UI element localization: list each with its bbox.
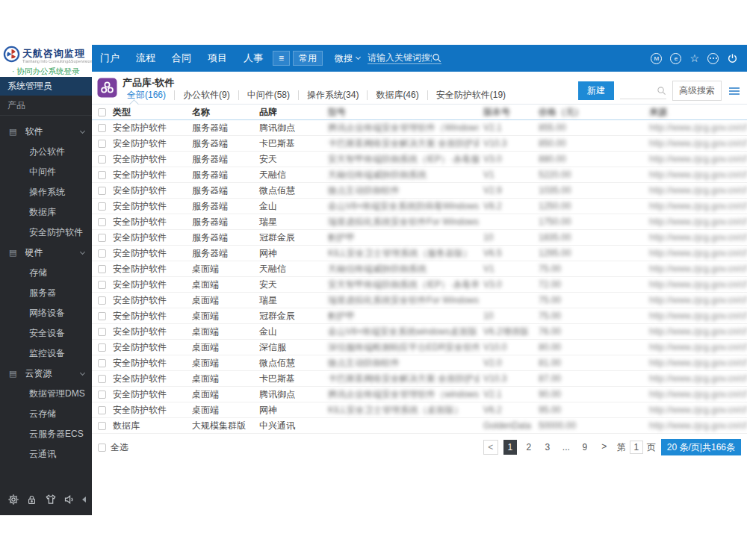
contact-icon[interactable]: e: [670, 53, 681, 64]
table-row[interactable]: 安全防护软件 桌面端 冠群金辰 豹护甲 10 75.00 http://www.…: [92, 308, 747, 324]
sidebar-item-4[interactable]: 监控设备: [0, 343, 92, 364]
nav-item-4[interactable]: 人事: [244, 52, 263, 65]
row-checkbox[interactable]: [98, 187, 106, 195]
row-checkbox[interactable]: [98, 328, 106, 336]
oa-login-link[interactable]: · 协同办公系统登录: [0, 66, 92, 77]
table-row[interactable]: 安全防护软件 桌面端 卡巴斯基 卡巴斯基网络安全解决方案 全面防护桌面版（KES…: [92, 371, 747, 387]
row-checkbox[interactable]: [98, 249, 106, 258]
sidebar-module-product[interactable]: 产品: [0, 96, 92, 116]
row-checkbox[interactable]: [98, 234, 106, 242]
advanced-search-button[interactable]: 高级搜索: [672, 81, 722, 101]
sidebar-item-2[interactable]: 网络设备: [0, 303, 92, 323]
table-row[interactable]: 安全防护软件 桌面端 腾讯御点 腾讯企业终端安全管理软件（windows版）V2…: [92, 387, 747, 402]
sidebar-item-1[interactable]: 服务器: [0, 283, 92, 303]
table-row[interactable]: 安全防护软件 桌面端 瑞星 瑞星虚拟化系统安全软件For Windows桌面版 …: [92, 293, 747, 308]
row-checkbox[interactable]: [98, 218, 106, 226]
sidebar-item-3[interactable]: 数据库: [0, 202, 92, 223]
nav-menu-icon[interactable]: ≡: [273, 51, 290, 66]
table-row[interactable]: 安全防护软件 桌面端 天融信 天融信终端威胁防御系统 V1 75.00 http…: [92, 261, 747, 277]
search-scope-dropdown[interactable]: 微搜: [335, 52, 360, 65]
tab-5[interactable]: 安全防护软件(19): [427, 90, 514, 100]
nav-item-3[interactable]: 项目: [208, 52, 227, 65]
page-size-info-badge[interactable]: 20 条/页|共166条: [661, 439, 741, 455]
select-all-control[interactable]: 全选: [92, 441, 128, 454]
sidebar-section-header-1[interactable]: ▤ 硬件: [0, 243, 92, 263]
table-row[interactable]: 安全防护软件 桌面端 微点佰慧 微点主动防御软件 V2.0 81.00 http…: [92, 355, 747, 371]
table-row[interactable]: 安全防护软件 服务器端 冠群金辰 豹护甲 10 1835.00 http://w…: [92, 230, 747, 246]
collapse-sidebar-icon[interactable]: [82, 497, 86, 503]
row-checkbox[interactable]: [98, 296, 106, 305]
table-row[interactable]: 安全防护软件 桌面端 金山 金山V8+终端安全系统windows桌面版 V6.2…: [92, 324, 747, 340]
search-icon[interactable]: [432, 53, 441, 63]
nav-item-1[interactable]: 流程: [136, 52, 155, 65]
table-row[interactable]: 安全防护软件 服务器端 微点佰慧 微点主动防御软件 V2.9 1035.00 h…: [92, 183, 747, 199]
table-row[interactable]: 安全防护软件 服务器端 金山 金山V8+终端安全系统防病毒Windows服务器版…: [92, 199, 747, 214]
table-search-input[interactable]: [620, 83, 666, 99]
row-checkbox[interactable]: [98, 155, 106, 164]
row-checkbox[interactable]: [98, 140, 106, 148]
row-checkbox[interactable]: [98, 343, 106, 352]
message-icon[interactable]: M: [651, 53, 662, 64]
row-checkbox[interactable]: [98, 375, 106, 383]
row-checkbox[interactable]: [98, 124, 106, 132]
page-number-4[interactable]: 9: [578, 440, 592, 455]
global-search-input[interactable]: [368, 52, 432, 63]
page-number-1[interactable]: 2: [522, 440, 536, 455]
sidebar-item-2[interactable]: 云服务器ECS: [0, 424, 92, 444]
next-page-button[interactable]: >: [597, 440, 612, 455]
table-row[interactable]: 安全防护软件 桌面端 网神 KILL安全卫士管理系统（桌面版） V6.2 95.…: [92, 402, 747, 418]
row-checkbox[interactable]: [98, 265, 106, 273]
new-button[interactable]: 新建: [578, 81, 614, 100]
sidebar-item-1[interactable]: 中间件: [0, 162, 92, 182]
theme-shirt-icon[interactable]: [45, 494, 57, 505]
more-icon[interactable]: [707, 53, 719, 64]
sidebar-section-header-0[interactable]: ▤ 软件: [0, 122, 92, 142]
sidebar-item-2[interactable]: 操作系统: [0, 182, 92, 202]
settings-gear-icon[interactable]: [7, 494, 19, 505]
select-all-checkbox[interactable]: [98, 444, 106, 452]
tab-2[interactable]: 中间件(58): [238, 90, 298, 100]
sidebar-item-1[interactable]: 云存储: [0, 404, 92, 424]
page-number-0[interactable]: 1: [503, 440, 517, 455]
sidebar-item-3[interactable]: 安全设备: [0, 323, 92, 343]
lock-icon[interactable]: [26, 494, 37, 505]
table-row[interactable]: 安全防护软件 服务器端 卡巴斯基 卡巴斯基网络安全解决方案 全面防护高级版（KL…: [92, 136, 747, 152]
power-icon[interactable]: [727, 53, 738, 64]
select-all-checkbox-header[interactable]: [98, 108, 106, 116]
page-number-2[interactable]: 3: [541, 440, 554, 455]
sidebar-item-3[interactable]: 云通讯: [0, 444, 92, 464]
user-role-label[interactable]: 系统管理员: [0, 77, 92, 96]
row-checkbox[interactable]: [98, 202, 106, 211]
tab-3[interactable]: 操作系统(34): [298, 90, 367, 100]
row-checkbox[interactable]: [98, 281, 106, 289]
row-checkbox[interactable]: [98, 422, 106, 430]
table-row[interactable]: 安全防护软件 桌面端 安天 安天智甲终端防御系统（IEP）·杀毒单机版 V3.0…: [92, 277, 747, 293]
favorites-star-icon[interactable]: ☆: [689, 53, 699, 64]
table-row[interactable]: 安全防护软件 服务器端 天融信 天融信终端威胁防御系统 V1 5220.00 h…: [92, 167, 747, 183]
row-checkbox[interactable]: [98, 391, 106, 399]
page-number-3[interactable]: ...: [560, 440, 573, 455]
sidebar-item-0[interactable]: 存储: [0, 263, 92, 283]
table-row[interactable]: 安全防护软件 服务器端 瑞星 瑞星虚拟化系统安全软件For Windows服务器…: [92, 214, 747, 230]
table-row[interactable]: 安全防护软件 服务器端 腾讯御点 腾讯企业终端安全管理软件（Windows版） …: [92, 120, 747, 136]
nav-item-pinned[interactable]: 常用: [293, 51, 323, 66]
nav-item-2[interactable]: 合同: [172, 52, 191, 65]
table-row[interactable]: 安全防护软件 服务器端 网神 KILL安全卫士管理系统（服务器版） V6.5 1…: [92, 246, 747, 261]
sidebar-item-0[interactable]: 办公软件: [0, 142, 92, 162]
tab-4[interactable]: 数据库(46): [367, 90, 427, 100]
table-row[interactable]: 安全防护软件 桌面端 深信服 深信服终端检测响应平台EDR安全软件 V10.0 …: [92, 340, 747, 355]
row-checkbox[interactable]: [98, 406, 106, 414]
prev-page-button[interactable]: <: [483, 440, 498, 455]
row-checkbox[interactable]: [98, 359, 106, 367]
row-checkbox[interactable]: [98, 171, 106, 179]
row-checkbox[interactable]: [98, 312, 106, 320]
sidebar-item-4[interactable]: 安全防护软件: [0, 223, 92, 243]
jump-page-input[interactable]: 1: [630, 441, 643, 454]
table-row[interactable]: 安全防护软件 服务器端 安天 安天智甲终端防御系统（IEP）·杀毒服务器版 V3…: [92, 152, 747, 167]
nav-item-0[interactable]: 门户: [100, 52, 120, 65]
sidebar-item-0[interactable]: 数据管理DMS: [0, 384, 92, 404]
list-view-icon[interactable]: [728, 86, 741, 96]
tab-1[interactable]: 办公软件(9): [174, 90, 238, 100]
sound-speaker-icon[interactable]: [63, 494, 75, 505]
table-row[interactable]: 数据库 大规模集群版 中兴通讯 GoldenData s... 50000.00…: [92, 418, 747, 434]
